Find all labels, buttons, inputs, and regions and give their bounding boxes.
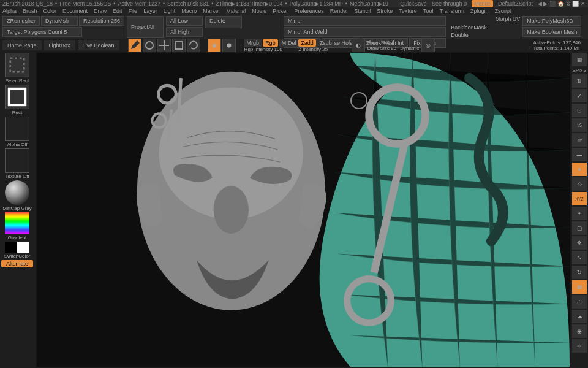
svg-point-0 xyxy=(146,42,153,49)
rp-persp[interactable]: ▱ xyxy=(572,133,587,147)
menu-document[interactable]: Document xyxy=(62,8,88,14)
menu-stroke[interactable]: Stroke xyxy=(377,8,393,14)
rp-polyf[interactable]: ▩ xyxy=(572,280,587,294)
draw-button[interactable] xyxy=(143,39,156,52)
menu-picker[interactable]: Picker xyxy=(273,8,288,14)
focalshift-slider[interactable]: Focal Shift 0 xyxy=(368,40,420,45)
rp-xpose[interactable]: ✦ xyxy=(572,207,587,220)
zremesher-button[interactable]: ZRemesher xyxy=(2,16,40,26)
menu-draw[interactable]: Draw xyxy=(94,8,107,14)
material-matcap[interactable] xyxy=(5,180,29,205)
meshcount: MeshCount▶19 xyxy=(350,1,388,7)
rp-thumbnail[interactable]: ▦ xyxy=(572,53,587,66)
rp-xyz[interactable]: XYZ xyxy=(572,192,587,205)
menu-brush[interactable]: Brush xyxy=(23,8,37,14)
backfacemask-label[interactable]: BackfaceMask xyxy=(451,25,487,31)
size-icon[interactable]: ◎ xyxy=(421,39,435,52)
menu-preferences[interactable]: Preferences xyxy=(294,8,324,14)
rp-lconst[interactable]: ◇ xyxy=(572,177,587,191)
alllow-button[interactable]: All Low xyxy=(166,16,203,26)
active-mem: Active Mem 1227 xyxy=(118,1,160,7)
rgb-intensity-slider[interactable]: Rgb Intensity 100 xyxy=(244,47,289,52)
mirrorweld-button[interactable]: Mirror And Weld xyxy=(284,27,446,37)
rp-scroll[interactable]: ⇅ xyxy=(572,74,587,88)
stroke-rect[interactable] xyxy=(5,85,29,109)
window-icons[interactable]: ◀ ▶ ⬛ 🏠 ⚙ ⬜ ✕ xyxy=(538,1,586,7)
texture-slot[interactable] xyxy=(5,148,29,173)
delete-button[interactable]: Delete xyxy=(205,16,242,28)
rp-move[interactable]: ✥ xyxy=(572,236,587,250)
rp-floor[interactable]: ▬ xyxy=(572,148,587,161)
menu-render[interactable]: Render xyxy=(330,8,349,14)
rp-rotate[interactable]: ↻ xyxy=(572,266,587,279)
menu-light[interactable]: Light xyxy=(164,8,176,14)
free-mem: Free Mem 15.156GB xyxy=(59,1,111,7)
morphuv-label[interactable]: Morph UV xyxy=(496,16,521,22)
menu-color[interactable]: Color xyxy=(43,8,57,14)
dynamesh-button[interactable]: DynaMsh xyxy=(41,16,78,26)
zadd-button[interactable]: Zadd xyxy=(298,39,316,47)
rp-zoom[interactable]: ⤢ xyxy=(572,89,587,102)
double-label[interactable]: Double xyxy=(451,32,487,38)
focal-icon[interactable]: ◐ xyxy=(352,39,365,52)
tab-lightbox[interactable]: LightBox xyxy=(44,40,75,50)
total-points: TotalPoints: 1.149 Mil xyxy=(533,45,581,51)
menu-marker[interactable]: Marker xyxy=(203,8,220,14)
menu-texture[interactable]: Texture xyxy=(399,8,417,14)
rp-transp[interactable]: ◌ xyxy=(572,295,587,309)
rgb-button[interactable]: Rgb xyxy=(263,39,278,47)
alternate-button[interactable]: Alternate xyxy=(1,260,33,267)
menu-stencil[interactable]: Stencil xyxy=(354,8,371,14)
menu-edit[interactable]: Edit xyxy=(113,8,123,14)
makeboolean-button[interactable]: Make Boolean Mesh xyxy=(522,27,581,37)
color-swatches[interactable] xyxy=(5,242,29,253)
scale-button[interactable] xyxy=(172,39,186,52)
target-polygons-slider[interactable]: Target Polygons Count 5 xyxy=(2,27,82,37)
menu-zscript[interactable]: Zscript xyxy=(495,8,511,14)
menu-file[interactable]: File xyxy=(129,8,138,14)
rp-frame[interactable]: ▢ xyxy=(572,221,587,235)
projectall-button[interactable]: ProjectAll xyxy=(127,16,164,38)
spix-label[interactable]: SPix 3 xyxy=(572,67,587,73)
tab-home[interactable]: Home Page xyxy=(2,40,42,50)
sculptris-button[interactable]: ⬢ xyxy=(222,39,236,52)
rp-aahalf[interactable]: ½ xyxy=(572,118,587,132)
menu-movie[interactable]: Movie xyxy=(252,8,266,14)
tab-liveboolean[interactable]: Live Boolean xyxy=(78,40,119,50)
menus-button[interactable]: Menus xyxy=(472,0,493,7)
color-picker[interactable] xyxy=(5,212,29,234)
svg-rect-1 xyxy=(175,42,183,49)
seethrough-slider[interactable]: See-through 0 xyxy=(432,1,467,7)
menu-material[interactable]: Material xyxy=(226,8,246,14)
menu-layer[interactable]: Layer xyxy=(143,8,157,14)
drawsize-slider[interactable]: Draw Size 23 xyxy=(368,45,397,51)
zsub-button[interactable]: Zsub xyxy=(317,39,334,47)
rp-scale[interactable]: ⤡ xyxy=(572,251,587,264)
z-intensity-slider[interactable]: Z Intensity 25 xyxy=(298,47,334,52)
mirror-button[interactable]: Mirror xyxy=(284,16,446,26)
menu-transform[interactable]: Transform xyxy=(439,8,464,14)
rp-xform[interactable]: ⊹ xyxy=(572,339,587,353)
brush-selectrect[interactable] xyxy=(5,53,29,77)
resolution-slider[interactable]: Resolution 256 xyxy=(79,16,124,26)
alpha-slot[interactable] xyxy=(5,117,29,141)
rotate-button[interactable] xyxy=(187,39,200,52)
makepolymesh-button[interactable]: Make PolyMesh3D xyxy=(522,16,581,26)
menu-tool[interactable]: Tool xyxy=(423,8,434,14)
rp-actual[interactable]: ⊡ xyxy=(572,104,587,117)
edit-button[interactable] xyxy=(128,39,141,52)
rp-local[interactable]: ● xyxy=(572,163,587,176)
quicksave-button[interactable]: QuickSave xyxy=(400,1,427,7)
gizmo-button[interactable]: ◉ xyxy=(208,39,221,52)
menu-alpha[interactable]: Alpha xyxy=(2,8,17,14)
m-button[interactable]: M xyxy=(279,39,289,47)
viewport[interactable] xyxy=(37,53,570,367)
rp-ghost[interactable]: ☁ xyxy=(572,310,587,323)
menu-macro[interactable]: Macro xyxy=(181,8,197,14)
menu-zplugin[interactable]: Zplugin xyxy=(470,8,489,14)
mrgb-button[interactable]: Mrgb xyxy=(244,39,262,47)
dynamic-toggle[interactable]: Dynamic xyxy=(400,45,419,51)
move-button[interactable] xyxy=(157,39,171,52)
rp-solo[interactable]: ◉ xyxy=(572,324,587,338)
allhigh-button[interactable]: All High xyxy=(166,27,203,37)
